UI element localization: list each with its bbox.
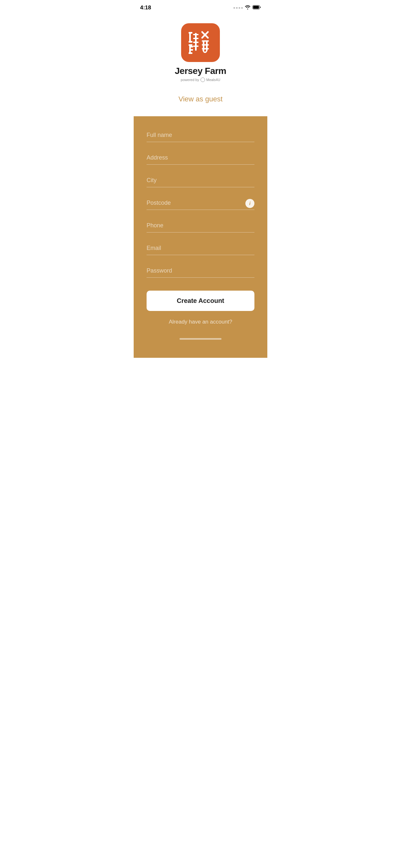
svg-rect-7 — [189, 52, 192, 54]
svg-rect-20 — [202, 44, 209, 45]
form-section: i Create Account Already have an account… — [134, 116, 267, 358]
svg-rect-6 — [189, 44, 192, 46]
password-input[interactable] — [147, 265, 254, 278]
city-field — [147, 175, 254, 187]
email-input[interactable] — [147, 242, 254, 255]
status-icons — [234, 5, 261, 11]
city-input[interactable] — [147, 175, 254, 187]
svg-rect-9 — [190, 49, 193, 51]
login-prompt[interactable]: Already have an account? — [147, 319, 254, 325]
guest-link[interactable]: View as guest — [179, 95, 223, 103]
home-bar — [180, 338, 221, 340]
battery-icon — [252, 5, 261, 11]
phone-field — [147, 220, 254, 232]
postcode-info-icon[interactable]: i — [245, 199, 254, 208]
address-input[interactable] — [147, 152, 254, 165]
svg-rect-14 — [193, 45, 198, 47]
postcode-input[interactable] — [147, 197, 254, 210]
logo-container: Jersey Farm powered by Meals4U — [175, 23, 226, 82]
svg-rect-4 — [189, 41, 192, 42]
meals4u-logo — [201, 78, 205, 82]
svg-rect-3 — [189, 32, 192, 34]
svg-rect-21 — [202, 48, 209, 50]
home-indicator — [147, 335, 254, 342]
svg-rect-13 — [193, 42, 198, 43]
status-bar: 4:18 — [134, 0, 267, 13]
svg-rect-8 — [190, 46, 193, 48]
fullname-field — [147, 129, 254, 142]
address-field — [147, 152, 254, 165]
powered-by: powered by Meals4U — [181, 78, 220, 82]
fullname-input[interactable] — [147, 129, 254, 142]
signal-dots-icon — [234, 7, 243, 9]
status-time: 4:18 — [140, 4, 151, 11]
password-field — [147, 265, 254, 278]
app-title: Jersey Farm — [175, 66, 226, 76]
svg-rect-11 — [193, 34, 198, 35]
top-section: Jersey Farm powered by Meals4U View as g… — [134, 13, 267, 116]
svg-rect-12 — [193, 38, 198, 39]
phone-input[interactable] — [147, 220, 254, 232]
app-logo-icon — [181, 23, 220, 62]
svg-rect-19 — [202, 40, 209, 42]
svg-rect-1 — [253, 6, 259, 9]
wifi-icon — [245, 5, 251, 11]
postcode-field: i — [147, 197, 254, 210]
email-field — [147, 242, 254, 255]
create-account-button[interactable]: Create Account — [147, 290, 254, 311]
